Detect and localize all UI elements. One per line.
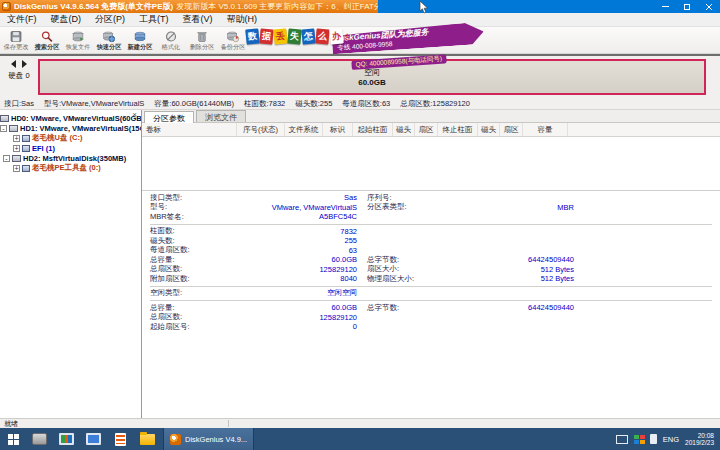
menu-file[interactable]: 文件(F) [0,13,44,26]
next-disk-button[interactable] [22,60,27,68]
ad-tile: 数 [245,28,259,44]
tree-item-laomaotao-usb[interactable]: + 老毛桃U盘 (C:) [0,133,141,143]
collapse-icon[interactable]: - [0,125,7,132]
menu-tools[interactable]: 工具(T) [132,13,176,26]
detail-row: 每道扇区数:63 [150,246,712,256]
col-filesystem[interactable]: 文件系统 [285,123,323,136]
col-start-head[interactable]: 磁头 [393,123,415,136]
details-disk-geometry: 柱面数:7832 磁头数:255 每道扇区数:63 总容量:60.0GB 总字节… [150,225,712,287]
quick-partition-icon [102,30,116,43]
tree-item-laomaotao-pe[interactable]: + 老毛桃PE工具盘 (0:) [0,163,141,173]
start-button[interactable] [0,428,26,450]
title-bar: DiskGenius V4.9.6.564 免费版(单文件PE版) 发现新版本 … [0,0,720,13]
maximize-button[interactable] [676,0,698,13]
taskbar-diskgenius-button[interactable]: DiskGenius V4.9... [163,428,254,450]
title-bar-right [378,0,720,13]
diskgenius-logo-icon [2,2,11,11]
disk-info-line: 接口:Sas 型号:VMware,VMwareVirtualS 容量:60.0G… [0,98,720,110]
detail-row: 磁头数:255 [150,236,712,246]
disk-nav: 硬盘 0 [0,56,38,98]
screen: DiskGenius V4.9.6.564 免费版(单文件PE版) 发现新版本 … [0,0,720,450]
hardware-icon [32,433,47,445]
taskbar-item-5[interactable] [134,428,161,450]
disk-icon [0,115,9,122]
recover-files-button[interactable]: 恢复文件 [62,27,93,54]
menu-help[interactable]: 帮助(H) [220,13,265,26]
taskbar-item-3[interactable] [80,428,107,450]
menu-partition[interactable]: 分区(P) [88,13,132,26]
info-sectors-per-track: 每道扇区数:63 [342,99,390,109]
tray-color-app-icon[interactable] [634,435,644,444]
col-identifier[interactable]: 标识 [323,123,353,136]
tree-item-hd1[interactable]: - HD1: VMware, VMwareVirtualS(15GB) [0,123,141,133]
taskbar-item-4[interactable] [107,428,134,450]
tray-network-icon[interactable] [616,435,628,444]
info-total-sectors: 总扇区数:125829120 [400,99,470,109]
menu-view[interactable]: 查看(V) [176,13,220,26]
language-indicator[interactable]: ENG [663,435,679,444]
col-end-cylinder[interactable]: 终止柱面 [438,123,478,136]
clock-date: 2019/2/23 [685,439,714,446]
details-free-space: 总容量:60.0GB 总字节数:64424509440 总扇区数:1258291… [150,301,712,334]
quick-partition-button[interactable]: 快速分区 [93,27,124,54]
menu-disk[interactable]: 硬盘(D) [44,13,89,26]
col-volume-label[interactable]: 卷标 [142,123,237,136]
tab-browse-files[interactable]: 浏览文件 [196,110,246,122]
col-start-sector[interactable]: 扇区 [415,123,438,136]
col-end-sector[interactable]: 扇区 [500,123,523,136]
minimize-icon [662,6,669,7]
prev-disk-button[interactable] [11,60,16,68]
partition-table-body[interactable] [142,137,720,191]
ad-tile: 丢 [273,28,287,44]
search-partition-button[interactable]: 搜索分区 [31,27,62,54]
detail-row: 型号:VMware, VMwareVirtualS 分区表类型:MBR [150,203,712,213]
delete-partition-button[interactable]: 删除分区 [186,27,217,54]
taskbar-item-2[interactable] [53,428,80,450]
tray-usb-icon[interactable] [650,434,657,444]
ad-data-loss-tiles[interactable]: 数 据 丢 失 怎 么 办 ! [246,29,350,44]
tab-partition-params[interactable]: 分区参数 [144,111,194,123]
details-disk-identity: 接口类型:Sas 序列号: 型号:VMware, VMwareVirtualS … [150,191,712,225]
close-icon [705,3,713,11]
clock[interactable]: 20:08 2019/2/23 [685,432,714,447]
minimize-button[interactable] [654,0,676,13]
computer-icon [86,433,101,445]
expand-icon[interactable]: + [13,165,20,172]
tree-item-hd0[interactable]: HD0: VMware, VMwareVirtualS(60GB) [0,113,141,123]
info-capacity: 容量:60.0GB(61440MB) [154,99,234,109]
format-button[interactable]: 格式化 [155,27,186,54]
col-index-status[interactable]: 序号(状态) [237,123,285,136]
ad-tile: 么 [315,28,329,44]
tree-item-hd2[interactable]: - HD2: MsftVirtualDisk(350MB) [0,153,141,163]
collapse-icon[interactable]: - [3,155,10,162]
col-capacity[interactable]: 容量 [523,123,568,136]
tree-close-icon[interactable]: × [130,111,139,120]
clock-time: 20:08 [698,432,714,439]
detail-row: 空闲类型:空闲空间 [150,289,712,299]
backup-partition-button[interactable]: 备份分区 [217,27,248,54]
expand-icon[interactable]: + [13,145,20,152]
folder-icon [140,434,155,445]
current-disk-label: 硬盘 0 [8,71,29,81]
ad-service-banner[interactable]: DiskGenius团队为您服务 专线 400-008-9958 QQ: 400… [331,22,484,59]
toolbar: 保存更改 搜索分区 恢复文件 快速分区 新建分区 格式化 删除分区 备份分区 [0,27,720,54]
tree-item-efi[interactable]: + EFI (1) [0,143,141,153]
save-changes-button[interactable]: 保存更改 [0,27,31,54]
info-interface: 接口:Sas [4,99,34,109]
col-start-cylinder[interactable]: 起始柱面 [353,123,393,136]
info-cylinders: 柱面数:7832 [244,99,285,109]
details-pane: 接口类型:Sas 序列号: 型号:VMware, VMwareVirtualS … [142,191,720,418]
expand-icon[interactable]: + [13,135,20,142]
col-filler [568,123,720,136]
detail-row: 柱面数:7832 [150,227,712,237]
ad-tile: 怎 [301,28,315,44]
new-partition-button[interactable]: 新建分区 [124,27,155,54]
close-button[interactable] [698,0,720,13]
ad-tile: ! [343,29,350,44]
col-end-head[interactable]: 磁头 [478,123,500,136]
search-icon [40,30,54,43]
update-notice-link[interactable]: 发现新版本 V5.0.1.609 主要更新内容如下：6、纠正FAT分区恢复文件时… [176,1,378,12]
taskbar-item-1[interactable] [26,428,53,450]
detail-row: MBR签名:A5BFC54C [150,212,712,222]
status-divider [228,420,229,427]
